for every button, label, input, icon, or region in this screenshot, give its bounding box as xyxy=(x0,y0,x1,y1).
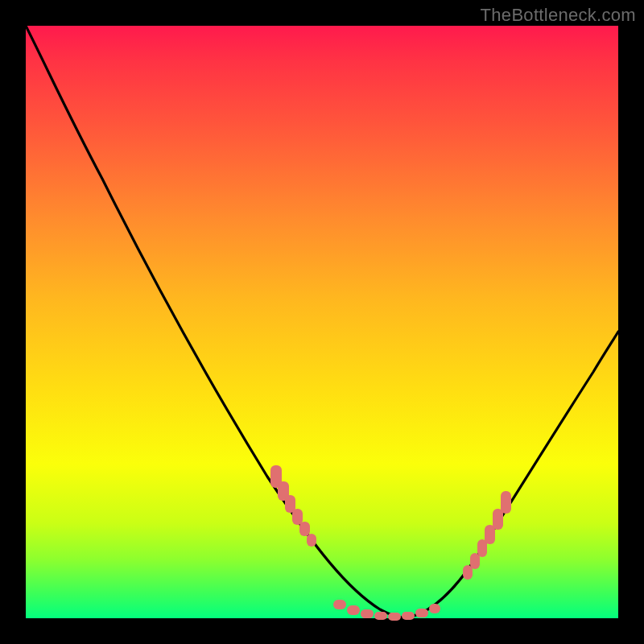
data-marker xyxy=(501,491,511,514)
data-marker xyxy=(333,600,346,609)
chart-frame: TheBottleneck.com xyxy=(0,0,644,644)
data-marker xyxy=(347,605,360,615)
plot-area xyxy=(26,26,618,618)
data-marker xyxy=(307,534,316,547)
data-marker xyxy=(402,612,415,620)
data-marker xyxy=(361,609,374,618)
bottleneck-curve xyxy=(26,26,618,618)
data-marker xyxy=(429,604,440,613)
watermark-text: TheBottleneck.com xyxy=(481,5,636,26)
data-marker xyxy=(415,609,428,617)
data-marker xyxy=(388,613,401,621)
data-marker xyxy=(374,612,387,620)
